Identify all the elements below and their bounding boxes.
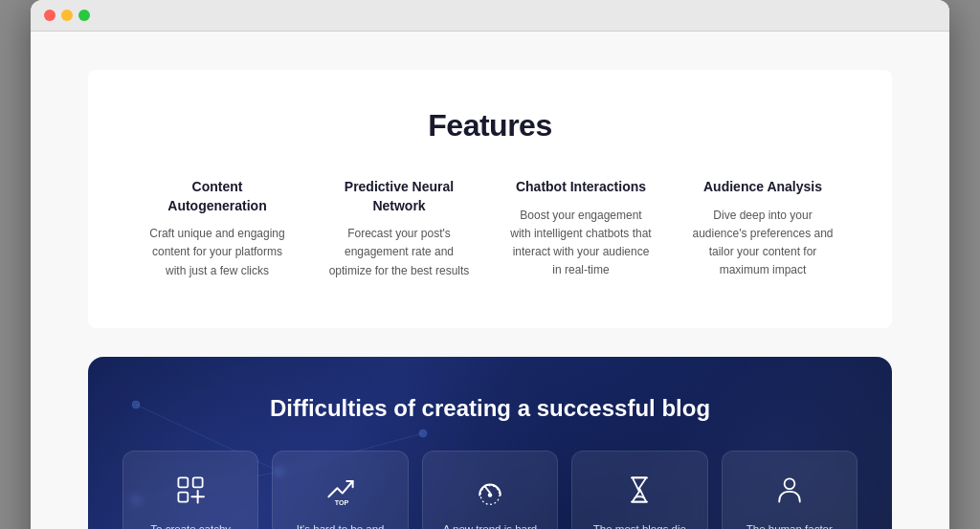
feature-name: Audience Analysis (691, 178, 835, 197)
page-content: Features Content Autogeneration Craft un… (31, 32, 949, 529)
difficulty-card-content: To create catchy content is a difficult … (122, 451, 258, 529)
difficulty-description: The most blogs die after 100 days (588, 520, 691, 529)
person-icon (738, 473, 841, 507)
browser-toolbar (31, 0, 949, 32)
difficulty-card-lifespan: The most blogs die after 100 days (571, 451, 707, 529)
features-title: Features (126, 108, 854, 143)
svg-rect-0 (179, 477, 189, 487)
blog-difficulties-section: Difficulties of creating a successful bl… (88, 357, 892, 529)
browser-window: Features Content Autogeneration Craft un… (31, 0, 949, 529)
feature-item-audience-analysis: Audience Analysis Dive deep into your au… (681, 178, 844, 280)
difficulty-description: The human factor can be a huge liability (738, 520, 841, 529)
svg-point-11 (784, 478, 794, 489)
difficulty-card-trendy: TOP It's hard to be and stay trendy (272, 451, 408, 529)
feature-description: Craft unique and engaging content for yo… (145, 225, 289, 280)
feature-item-content-autogeneration: Content Autogeneration Craft unique and … (136, 178, 299, 280)
close-button[interactable] (44, 10, 56, 21)
difficulties-grid: To create catchy content is a difficult … (122, 451, 858, 529)
maximize-button[interactable] (78, 10, 90, 21)
difficulty-card-measure: A new trend is hard to define, measure a… (422, 451, 558, 529)
difficulty-description: A new trend is hard to define, measure a… (438, 520, 542, 529)
hourglass-icon (588, 473, 691, 507)
minimize-button[interactable] (61, 10, 73, 21)
difficulty-description: It's hard to be and stay trendy (288, 520, 391, 529)
svg-text:TOP: TOP (334, 498, 348, 507)
gauge-icon (438, 473, 542, 507)
features-section: Features Content Autogeneration Craft un… (88, 70, 892, 328)
feature-item-predictive-neural: Predictive Neural Network Forecast your … (318, 178, 480, 280)
feature-name: Content Autogeneration (145, 178, 289, 215)
feature-name: Chatbot Interactions (509, 178, 653, 197)
feature-description: Dive deep into your audience's preferenc… (691, 207, 835, 280)
svg-rect-2 (179, 492, 189, 501)
grid-plus-icon (139, 473, 242, 507)
svg-rect-1 (193, 477, 203, 487)
feature-item-chatbot: Chatbot Interactions Boost your engageme… (500, 178, 662, 280)
blog-section-title: Difficulties of creating a successful bl… (122, 395, 858, 422)
trending-up-icon: TOP (288, 473, 391, 507)
features-grid: Content Autogeneration Craft unique and … (126, 178, 854, 280)
feature-description: Boost your engagement with intelligent c… (509, 207, 653, 280)
svg-line-7 (485, 486, 490, 493)
difficulty-description: To create catchy content is a difficult … (139, 520, 242, 529)
feature-name: Predictive Neural Network (327, 178, 471, 215)
difficulty-card-human: The human factor can be a huge liability (722, 451, 858, 529)
feature-description: Forecast your post's engagement rate and… (327, 225, 471, 280)
